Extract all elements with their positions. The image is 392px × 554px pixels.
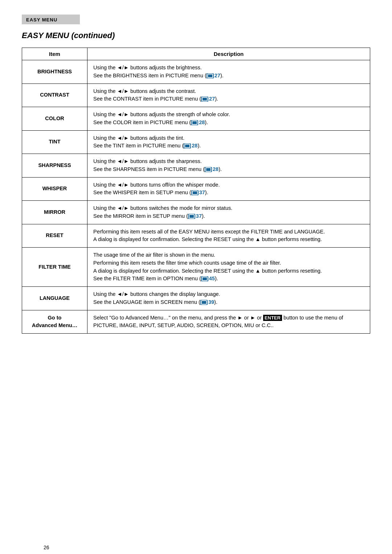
table-row-description: Using the ◄/► buttons adjusts the tint.S… [87, 130, 370, 154]
page-number: 26 [44, 545, 49, 550]
table-row-item: CONTRAST [22, 83, 87, 107]
table-row-description: Select "Go to Advanced Menu…" on the men… [87, 310, 370, 334]
col-header-item: Item [22, 48, 87, 60]
table-row-item: RESET [22, 224, 87, 248]
table-row-description: Using the ◄/► buttons switches the mode … [87, 201, 370, 224]
col-header-description: Description [87, 48, 370, 60]
easy-menu-table: Item Description BRIGHTNESSUsing the ◄/►… [22, 48, 370, 334]
table-row-description: Using the ◄/► buttons changes the displa… [87, 287, 370, 310]
table-row-item: SHARPNESS [22, 154, 87, 178]
table-row-item: LANGUAGE [22, 287, 87, 310]
table-row-description: The usage time of the air filter is show… [87, 248, 370, 287]
section-header: EASY MENU [22, 15, 80, 24]
section-header-label: EASY MENU [26, 17, 57, 23]
table-row-description: Performing this item resets all of the E… [87, 224, 370, 248]
table-row-item: WHISPER [22, 177, 87, 201]
table-row-item: Go toAdvanced Menu… [22, 310, 87, 334]
table-row-description: Using the ◄/► buttons turns off/on the w… [87, 177, 370, 201]
page-title: EASY MENU (continued) [22, 31, 370, 40]
table-row-item: MIRROR [22, 201, 87, 224]
table-row-item: TINT [22, 130, 87, 154]
table-row-description: Using the ◄/► buttons adjusts the streng… [87, 107, 370, 131]
table-row-description: Using the ◄/► buttons adjusts the contra… [87, 83, 370, 107]
table-row-item: COLOR [22, 107, 87, 131]
table-row-description: Using the ◄/► buttons adjusts the bright… [87, 60, 370, 84]
table-row-description: Using the ◄/► buttons adjusts the sharpn… [87, 154, 370, 178]
table-row-item: FILTER TIME [22, 248, 87, 287]
table-row-item: BRIGHTNESS [22, 60, 87, 84]
